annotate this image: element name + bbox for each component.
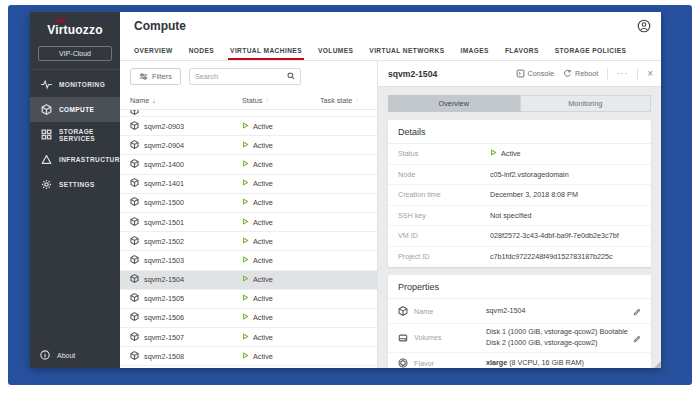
detail-row-value-text: Active: [501, 149, 521, 158]
table-row[interactable]: sqvm2-1500 Active: [120, 194, 377, 213]
column-header-task-state[interactable]: Task state ↑: [320, 96, 367, 105]
section-tab[interactable]: FLAVORS: [505, 40, 539, 60]
logo-pulse-icon: [56, 18, 66, 23]
table-row[interactable]: sqvm2-0903 Active: [120, 117, 377, 136]
details-rows: Status Active: [388, 144, 651, 267]
detail-title: sqvm2-1504: [388, 69, 507, 79]
vm-status: Active: [253, 179, 273, 188]
table-row[interactable]: sqvm2-1503 Active: [120, 251, 377, 270]
property-value-line1: (8 VCPU, 16 GiB RAM): [507, 358, 584, 367]
vm-cube-icon: [130, 217, 139, 228]
table-row[interactable]: sqvm2-1502 Active: [120, 232, 377, 251]
sidebar-about[interactable]: About: [30, 342, 120, 368]
vm-name-cell: sqvm2-1503: [130, 255, 242, 266]
resize-handle[interactable]: [654, 361, 661, 368]
status-active-icon: [242, 256, 249, 265]
vm-name: sqvm2-1503: [144, 256, 184, 265]
table-row[interactable]: sqvm2-1504 Active: [120, 271, 377, 290]
detail-tab[interactable]: Monitoring: [520, 95, 652, 112]
vm-cube-icon: [130, 332, 139, 343]
section-tab[interactable]: IMAGES: [461, 40, 489, 60]
header-separator: [607, 68, 608, 80]
property-value-bold: xlarge: [486, 358, 507, 367]
table-header: Name ↓ Status ↑ Task state ↑: [120, 91, 377, 110]
table-row[interactable]: sqvm2-1508 Active: [120, 347, 377, 366]
detail-row-value-text: Not specified: [490, 211, 532, 220]
vm-cube-icon: [130, 110, 139, 115]
vm-cube-icon: [130, 178, 139, 189]
vm-status: Active: [253, 333, 273, 342]
flavor-icon: [398, 358, 414, 368]
section-tab[interactable]: VOLUMES: [318, 40, 353, 60]
table-row[interactable]: sqvm2-1501 Active: [120, 213, 377, 232]
sidebar-item-compute[interactable]: COMPUTE: [30, 97, 120, 122]
status-active-icon: [242, 218, 249, 227]
section-tab-label: VOLUMES: [318, 47, 353, 54]
table-row[interactable]: sqvm2-1505 Active: [120, 290, 377, 309]
table-row[interactable]: sqvm2-1506 Active: [120, 309, 377, 328]
volume-drive-icon: [398, 333, 414, 343]
edit-pencil-icon[interactable]: [629, 329, 641, 347]
section-tab[interactable]: OVERVIEW: [134, 40, 173, 60]
table-row[interactable]: sqvm2-1507 Active: [120, 328, 377, 347]
vm-status: Active: [253, 218, 273, 227]
vm-status-cell: Active: [242, 313, 320, 322]
section-tab-label: STORAGE POLICIES: [555, 47, 627, 54]
status-active-icon: [242, 160, 249, 169]
main-area: Compute OVERVIEW NODES VIRTUAL MACHINES …: [120, 12, 661, 368]
vm-name-cell: sqvm2-1505: [130, 293, 242, 304]
vm-cube-icon: [130, 236, 139, 247]
vm-status-cell: Active: [242, 333, 320, 342]
detail-tab[interactable]: Overview: [388, 95, 520, 112]
more-actions-button[interactable]: ···: [617, 69, 628, 78]
sidebar-item-storage-services[interactable]: STORAGE SERVICES: [30, 122, 120, 147]
section-tab[interactable]: NODES: [189, 40, 214, 60]
sidebar-item-settings[interactable]: SETTINGS: [30, 172, 120, 197]
reboot-button[interactable]: Reboot: [563, 69, 598, 78]
section-tab-label: NODES: [189, 47, 214, 54]
vm-status-cell: Active: [242, 122, 320, 131]
status-active-icon: [242, 179, 249, 188]
column-header-name[interactable]: Name ↓: [130, 96, 242, 105]
sidebar-item-infrastructure[interactable]: INFRASTRUCTURE: [30, 147, 120, 172]
console-button[interactable]: Console: [516, 69, 554, 78]
vm-status-cell: Active: [242, 141, 320, 150]
vm-status-cell: Active: [242, 256, 320, 265]
property-value: Disk 1 (1000 GiB, vstorage-qcow2) Bootab…: [486, 327, 629, 349]
column-label: Task state: [320, 96, 352, 105]
section-tab[interactable]: VIRTUAL NETWORKS: [369, 40, 444, 60]
app-window: Virtuozzo VIP-Cloud MONITORING COMPUTE: [30, 12, 661, 368]
workspace-selector[interactable]: VIP-Cloud: [38, 46, 112, 61]
vm-status: Active: [253, 275, 273, 284]
vm-status: Active: [253, 294, 273, 303]
filters-button[interactable]: Filters: [130, 68, 181, 85]
search-input[interactable]: [195, 72, 287, 81]
list-toolbar: Filters: [120, 61, 377, 91]
compute-cube-icon: [40, 104, 52, 116]
vm-name-cell: sqvm2-1401: [130, 178, 242, 189]
vm-status-cell: Active: [242, 179, 320, 188]
section-tab-label: VIRTUAL MACHINES: [230, 47, 302, 54]
column-header-status[interactable]: Status ↑: [242, 96, 320, 105]
vm-name-cell: sqvm2-1400: [130, 159, 242, 170]
user-account-icon[interactable]: [637, 19, 651, 33]
table-row[interactable]: sqvm2-0904 Active: [120, 136, 377, 155]
settings-gear-icon: [40, 179, 52, 191]
table-row[interactable]: sqvm2-1401 Active: [120, 175, 377, 194]
vm-cube-icon: [130, 140, 139, 151]
detail-row-value: Not specified: [490, 211, 641, 220]
section-tab[interactable]: STORAGE POLICIES: [555, 40, 627, 60]
vm-name: sqvm2-1508: [144, 352, 184, 361]
sidebar-item-label: COMPUTE: [59, 106, 94, 113]
section-tab[interactable]: VIRTUAL MACHINES: [230, 40, 302, 60]
vm-cube-icon: [130, 312, 139, 323]
section-tab-label: FLAVORS: [505, 47, 539, 54]
sort-ascending-icon: ↑: [355, 97, 359, 104]
properties-card: Properties: [388, 275, 651, 368]
edit-pencil-icon[interactable]: [629, 302, 641, 320]
sidebar-item-monitoring[interactable]: MONITORING: [30, 72, 120, 97]
window-frame: Virtuozzo VIP-Cloud MONITORING COMPUTE: [8, 5, 692, 385]
status-active-icon: [242, 198, 249, 207]
close-panel-button[interactable]: ×: [647, 68, 653, 79]
table-row[interactable]: sqvm2-1400 Active: [120, 155, 377, 174]
